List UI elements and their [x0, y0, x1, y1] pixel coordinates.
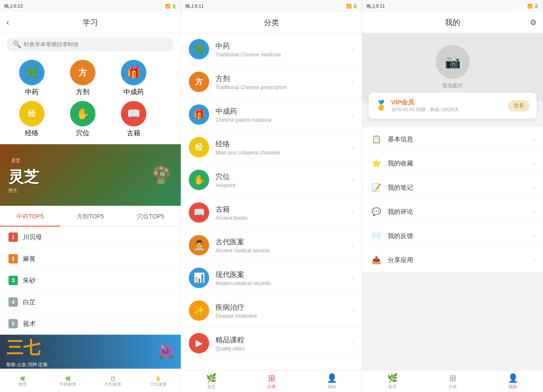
cat-gudaiyian-icon: 👨‍⚕️	[189, 235, 209, 255]
tab-zhongyao-top5[interactable]: 中药TOP5	[0, 208, 60, 227]
comments-icon: 💬	[370, 207, 383, 217]
xuewei-query-label: 穴位速查	[150, 381, 167, 387]
zhongyao-query-label: 中药速查	[59, 381, 76, 387]
search-icon: 🔍	[13, 40, 21, 48]
cat-zhongyao-title: 中药	[216, 41, 352, 51]
cat-jingpin[interactable]: ▶ 精品课程 Quality video ›	[181, 327, 362, 360]
cat-xuewei-icon: ✋	[189, 170, 209, 190]
cat-jingpin-text: 精品课程 Quality video	[216, 335, 352, 352]
mine-menu-share[interactable]: 📤 分享应用 ›	[362, 248, 543, 272]
icon-xuewei[interactable]: ✋ 穴位	[59, 101, 106, 138]
cat-zhongchengyao[interactable]: 🎁 中成药 Chinese patent medicine ›	[181, 98, 362, 131]
icon-jingluo[interactable]: 经 经络	[8, 101, 55, 138]
banner2-tags: 散瘀·止血·消肿·定痛	[6, 361, 153, 368]
mine-mine-label: 我的	[509, 384, 517, 390]
cat-jingluo[interactable]: 经 经络 Main and collateral channels ›	[181, 131, 362, 164]
list-item[interactable]: 2 麻黄	[0, 248, 181, 270]
cat-xiandaiyian-title: 现代医案	[216, 270, 352, 280]
cat-zhongyao-subtitle: Traditional Chinese medicine	[216, 52, 352, 58]
list-item[interactable]: 5 莪术	[0, 313, 181, 335]
avatar-label: 暂无图片	[442, 82, 463, 90]
list-name-2: 麻黄	[23, 255, 36, 263]
cat-guji-subtitle: Ancient books	[216, 215, 352, 221]
tabs-row: 中药TOP5 方剂TOP5 穴位TOP5	[0, 208, 181, 227]
cat-home-label: 首页	[207, 384, 216, 390]
xuewei-icon: ✋	[70, 101, 95, 126]
mine-menu-basic-info[interactable]: 📋 基本信息 ›	[362, 127, 543, 151]
notes-icon: 📝	[370, 182, 383, 193]
mine-nav-mine[interactable]: 👤 我的	[483, 370, 543, 392]
cat-gudaiyian[interactable]: 👨‍⚕️ 古代医案 Ancient medical records ›	[181, 229, 362, 262]
cat-xiandaiyian[interactable]: 📊 现代医案 Modern medical records ›	[181, 262, 362, 294]
list-item[interactable]: 4 白芷	[0, 291, 181, 313]
banner-tag: 灵芝	[8, 157, 23, 165]
cat-gudaiyian-arrow: ›	[352, 242, 354, 249]
fangji-label: 方剂	[76, 88, 90, 97]
cat-guji[interactable]: 📖 古籍 Ancient books ›	[181, 196, 362, 229]
xuewei-query-icon: ✋	[156, 376, 161, 381]
mine-menu-notes[interactable]: 📝 我的笔记 ›	[362, 176, 543, 200]
study-nav-fangji[interactable]: 📋 方剂速查	[90, 371, 136, 392]
time-2: 晚上9:11	[185, 3, 204, 9]
study-nav-tuijian[interactable]: 🌿 推荐	[0, 371, 45, 392]
zhongchengyao-icon: 🎁	[121, 60, 146, 85]
gear-icon[interactable]: ⚙	[530, 18, 537, 27]
feedback-label: 我的反馈	[388, 232, 533, 240]
cat-jingpin-icon: ▶	[189, 333, 209, 353]
vip-view-button[interactable]: 查看	[508, 100, 530, 112]
zhongyao-icon: 🌿	[19, 60, 45, 85]
study-nav-zhongyao[interactable]: 🌿 中药速查	[45, 371, 91, 392]
list-item[interactable]: 3 朱砂	[0, 270, 181, 291]
favorites-label: 我的收藏	[388, 160, 533, 168]
cat-jibing[interactable]: ✨ 疾病治疗 Disease treatment ›	[181, 294, 362, 327]
cat-nav-category[interactable]: ⊞ 分类	[241, 370, 302, 392]
mine-menu: 📋 基本信息 › ⭐ 我的收藏 › 📝 我的笔记 › 💬 我的评论 › ✉️	[362, 127, 543, 272]
back-button[interactable]: ‹	[6, 17, 9, 27]
share-arrow: ›	[533, 257, 535, 263]
list-item[interactable]: 1 川贝母	[0, 227, 181, 248]
icon-fangji[interactable]: 方 方剂	[59, 60, 106, 97]
icon-zhongchengyao[interactable]: 🎁 中成药	[110, 60, 157, 97]
cat-nav-home[interactable]: 🌿 首页	[181, 370, 241, 392]
vip-title: VIP会员	[391, 98, 508, 106]
zhongyao-label: 中药	[25, 88, 39, 97]
mine-nav-home[interactable]: 🌿 首页	[362, 370, 423, 392]
study-banner: 灵芝 灵芝 野生 🍄	[0, 144, 181, 206]
study-list: 1 川贝母 2 麻黄 3 朱砂 4 白芷 5 莪术 三七	[0, 227, 181, 371]
cat-xuewei-arrow: ›	[352, 176, 354, 183]
cat-xuewei[interactable]: ✋ 穴位 Acupoint ›	[181, 164, 362, 196]
cat-zhongyao[interactable]: 🌿 中药 Traditional Chinese medicine ›	[181, 33, 362, 66]
mine-menu-feedback[interactable]: ✉️ 我的反馈 ›	[362, 224, 543, 248]
panel-mine: 我的 ⚙ 📷 暂无图片 🥇 VIP会员 1970-01-01 到期，剩余-185…	[362, 12, 543, 392]
search-input[interactable]	[24, 41, 168, 48]
mine-menu-comments[interactable]: 💬 我的评论 ›	[362, 200, 543, 224]
icon-guji[interactable]: 📖 古籍	[110, 101, 157, 138]
cat-fangji[interactable]: 方 方剂 Traditional Chinese prescription ›	[181, 66, 362, 98]
jingluo-label: 经络	[25, 129, 39, 138]
cat-mine-label: 我的	[327, 384, 336, 390]
mine-menu-favorites[interactable]: ⭐ 我的收藏 ›	[362, 151, 543, 176]
cat-xiandaiyian-arrow: ›	[352, 274, 354, 281]
cat-jibing-text: 疾病治疗 Disease treatment	[216, 302, 352, 319]
mine-nav-category[interactable]: ⊞ 分类	[423, 370, 483, 392]
zhongyao-query-icon: 🌿	[65, 376, 70, 381]
search-bar[interactable]: 🔍	[6, 37, 174, 51]
banner-title: 灵芝	[8, 167, 39, 188]
tab-xuewei-top5[interactable]: 穴位TOP5	[120, 208, 181, 226]
rank-badge-4: 4	[8, 297, 18, 307]
time-3: 晚上9:11	[367, 3, 385, 9]
cat-xiandaiyian-subtitle: Modern medical records	[216, 280, 352, 286]
banner2-plant: 🌺	[157, 344, 174, 360]
rank-badge-1: 1	[8, 232, 18, 242]
tuijian-label: 推荐	[18, 381, 27, 387]
cat-fangji-text: 方剂 Traditional Chinese prescription	[216, 74, 352, 90]
cat-category-label: 分类	[267, 384, 276, 390]
tab-fangji-top5[interactable]: 方剂TOP5	[60, 208, 120, 226]
list-name-4: 白芷	[23, 298, 36, 306]
status-panel-2: 晚上9:11 📶 🔋	[181, 0, 362, 12]
cat-jingpin-title: 精品课程	[216, 335, 352, 345]
list-name-1: 川贝母	[23, 233, 42, 241]
study-nav-xuewei[interactable]: ✋ 穴位速查	[136, 371, 181, 392]
icon-zhongyao[interactable]: 🌿 中药	[8, 60, 55, 97]
cat-nav-mine[interactable]: 👤 我的	[302, 370, 362, 392]
